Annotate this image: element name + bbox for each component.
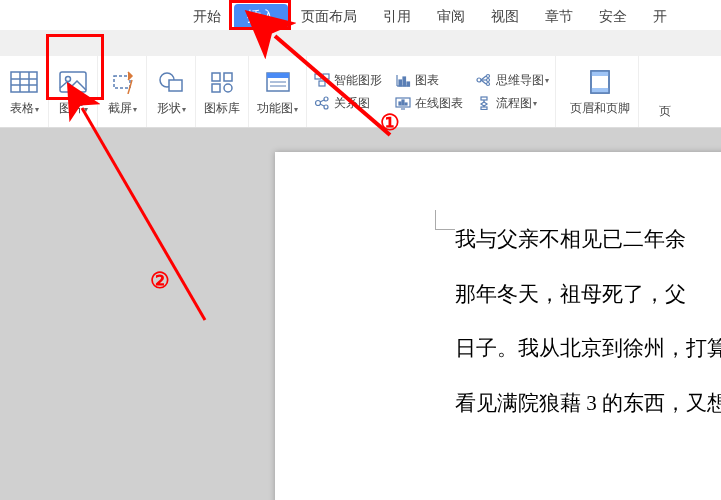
ribbon-mindmap[interactable]: 思维导图▾ (475, 72, 549, 89)
ribbon-page-trunc[interactable]: 页 (639, 56, 685, 127)
svg-rect-42 (405, 103, 407, 105)
svg-rect-23 (267, 73, 289, 78)
doc-paragraph-1: 我与父亲不相见已二年余 (455, 212, 721, 267)
ribbon: 表格▾ 图片▾ 截屏▾ 形状▾ 图标库 (0, 56, 721, 128)
svg-point-47 (487, 83, 490, 86)
ribbon-table-label: 表格▾ (10, 100, 39, 117)
svg-rect-38 (407, 82, 410, 86)
svg-rect-53 (481, 107, 487, 110)
svg-rect-19 (224, 73, 232, 81)
ribbon-screenshot[interactable]: 截屏▾ (98, 56, 147, 127)
ribbon-flowchart-label: 流程图 (496, 95, 532, 112)
svg-line-33 (320, 104, 324, 106)
ribbon-table[interactable]: 表格▾ (0, 56, 49, 127)
svg-rect-40 (399, 102, 401, 105)
ribbon-icon-library-label: 图标库 (204, 100, 240, 117)
svg-rect-37 (403, 77, 406, 86)
ribbon-shape-label: 形状▾ (157, 100, 186, 117)
func-chart-icon (262, 66, 294, 98)
tab-chapter[interactable]: 章节 (532, 4, 586, 30)
ribbon-online-chart-label: 在线图表 (415, 95, 463, 112)
svg-rect-36 (399, 80, 402, 86)
ribbon-diagram-group: 思维导图▾ 流程图▾ (469, 56, 556, 127)
ribbon-tabs: 开始 插入 页面布局 引用 审阅 视图 章节 安全 开 (0, 0, 721, 30)
screenshot-icon (106, 66, 138, 98)
tab-page-layout[interactable]: 页面布局 (288, 4, 370, 30)
ribbon-func-chart-label: 功能图▾ (257, 100, 298, 117)
ribbon-func-chart[interactable]: 功能图▾ (249, 56, 307, 127)
ribbon-chart[interactable]: 图表 (394, 72, 463, 89)
svg-rect-18 (212, 73, 220, 81)
svg-rect-41 (402, 100, 404, 105)
ribbon-online-chart[interactable]: 在线图表 (394, 95, 463, 112)
mindmap-icon (475, 72, 493, 88)
tab-view[interactable]: 视图 (478, 4, 532, 30)
tab-security[interactable]: 安全 (586, 4, 640, 30)
ribbon-picture-label: 图片▾ (59, 100, 88, 117)
svg-point-31 (324, 105, 328, 109)
document-canvas[interactable]: 我与父亲不相见已二年余 那年冬天，祖母死了，父 日子。我从北京到徐州，打算 看见… (0, 128, 721, 500)
svg-line-32 (320, 100, 324, 102)
svg-rect-28 (319, 81, 325, 86)
ribbon-screenshot-label: 截屏▾ (108, 100, 137, 117)
relation-icon (313, 95, 331, 111)
ribbon-flowchart[interactable]: 流程图▾ (475, 95, 549, 112)
tab-review[interactable]: 审阅 (424, 4, 478, 30)
flowchart-icon (475, 95, 493, 111)
ribbon-chart-group-2: 图表 在线图表 (388, 56, 469, 127)
document-page[interactable]: 我与父亲不相见已二年余 那年冬天，祖母死了，父 日子。我从北京到徐州，打算 看见… (275, 152, 721, 500)
ribbon-header-footer-label: 页眉和页脚 (570, 100, 630, 117)
online-chart-icon (394, 95, 412, 111)
svg-point-44 (477, 78, 481, 82)
svg-point-45 (487, 75, 490, 78)
doc-paragraph-2: 那年冬天，祖母死了，父 (455, 267, 721, 322)
cursor-margin-mark (435, 210, 455, 230)
annotation-box-insert-tab (229, 0, 291, 30)
ribbon-relation-label: 关系图 (334, 95, 370, 112)
ribbon-shape[interactable]: 形状▾ (147, 56, 196, 127)
ribbon-chart-label: 图表 (415, 72, 439, 89)
svg-rect-14 (114, 76, 130, 88)
svg-rect-17 (169, 80, 182, 91)
svg-rect-7 (11, 72, 37, 92)
tab-start[interactable]: 开始 (180, 4, 234, 30)
annotation-number-1: ① (380, 110, 400, 136)
doc-paragraph-4: 看见满院狼藉 3 的东西，又想 (455, 376, 721, 431)
ribbon-smartart-label: 智能图形 (334, 72, 382, 89)
header-footer-icon (584, 66, 616, 98)
annotation-box-picture-button (46, 34, 104, 100)
annotation-number-2: ② (150, 268, 170, 294)
tab-reference[interactable]: 引用 (370, 4, 424, 30)
svg-rect-27 (323, 74, 329, 79)
ribbon-icon-library[interactable]: 图标库 (196, 56, 249, 127)
ribbon-smartart[interactable]: 智能图形 (313, 72, 382, 89)
doc-paragraph-3: 日子。我从北京到徐州，打算 (455, 321, 721, 376)
table-icon (8, 66, 40, 98)
svg-marker-52 (481, 102, 487, 106)
svg-point-46 (487, 79, 490, 82)
tab-trunc[interactable]: 开 (640, 4, 669, 30)
svg-rect-26 (315, 74, 321, 79)
svg-point-30 (324, 97, 328, 101)
ribbon-page-trunc-label: 页 (659, 103, 671, 120)
ribbon-header-footer[interactable]: 页眉和页脚 (562, 56, 639, 127)
chart-icon (394, 72, 412, 88)
svg-rect-20 (212, 84, 220, 92)
svg-point-21 (224, 84, 232, 92)
svg-rect-51 (481, 97, 487, 100)
ribbon-chart-group: 智能图形 关系图 (307, 56, 388, 127)
smartart-icon (313, 72, 331, 88)
svg-point-29 (316, 101, 321, 106)
shape-icon (155, 66, 187, 98)
icon-library-icon (206, 66, 238, 98)
document-text: 我与父亲不相见已二年余 那年冬天，祖母死了，父 日子。我从北京到徐州，打算 看见… (455, 212, 721, 430)
ribbon-relation[interactable]: 关系图 (313, 95, 382, 112)
ribbon-mindmap-label: 思维导图 (496, 72, 544, 89)
